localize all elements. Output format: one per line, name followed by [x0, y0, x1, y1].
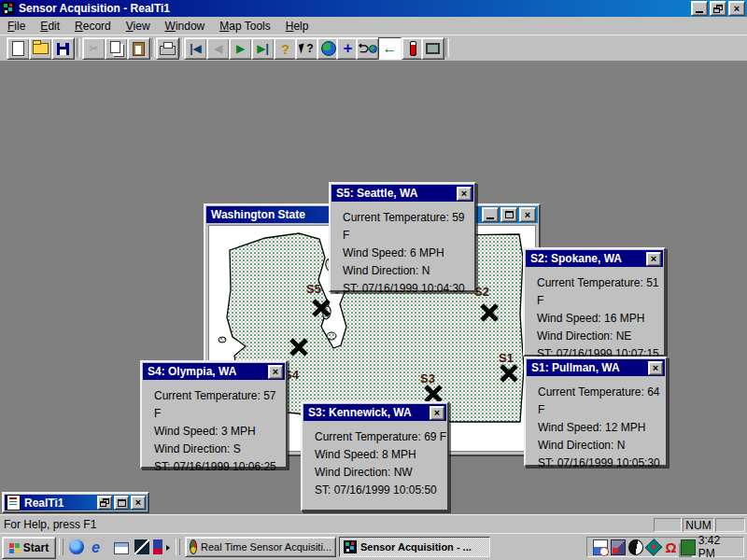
tray-dialup-icon[interactable]	[628, 539, 643, 555]
sensor-popup-pullman[interactable]: S1: Pullman, WA × Current Temperature: 6…	[524, 357, 668, 467]
sensor-popup-seattle[interactable]: S5: Seattle, WA × Current Temperature: 5…	[329, 182, 476, 292]
popup-titlebar[interactable]: S3: Kennewick, WA ×	[303, 404, 446, 421]
nav-first-icon: |◀	[190, 42, 202, 55]
menu-map-tools[interactable]: Map Tools	[212, 18, 277, 35]
popup-titlebar[interactable]: S5: Seattle, WA ×	[331, 185, 473, 202]
start-label: Start	[23, 541, 49, 554]
save-button[interactable]	[51, 37, 75, 60]
menu-view[interactable]: View	[119, 18, 158, 35]
menu-edit[interactable]: Edit	[33, 18, 67, 35]
popup-title: S1: Pullman, WA	[531, 361, 620, 374]
close-icon[interactable]: ×	[648, 361, 663, 375]
popup-titlebar[interactable]: S2: Spokane, WA ×	[526, 250, 663, 267]
close-icon[interactable]: ×	[646, 252, 661, 266]
copy-icon	[110, 41, 120, 53]
nav-next-icon: ▶|	[257, 42, 269, 55]
task-button-sensor-acquisition[interactable]: Sensor Acquisition - ...	[339, 537, 490, 557]
nav-previous-icon: ◀	[214, 42, 222, 55]
main-titlebar[interactable]: Sensor Acquisition - RealTi1 ×	[0, 0, 747, 17]
channels-icon[interactable]	[153, 539, 162, 554]
marker-label-s3: S3	[420, 371, 435, 385]
menu-help[interactable]: Help	[278, 18, 317, 35]
save-icon	[57, 43, 69, 55]
back-arrow-button[interactable]: ←	[378, 37, 402, 60]
route-globe-button[interactable]: ⮌	[356, 37, 379, 60]
minimize-icon[interactable]	[691, 1, 708, 16]
nav-next-button[interactable]: ▶|	[251, 37, 275, 60]
help-button[interactable]: ?	[274, 37, 297, 60]
taskbar: Start e Real Time Sensor Acquisiti... Se…	[0, 533, 747, 560]
maximize-icon[interactable]	[114, 496, 129, 510]
menu-record[interactable]: Record	[67, 18, 119, 35]
sensor-popup-spokane[interactable]: S2: Spokane, WA × Current Temperature: 5…	[523, 247, 666, 357]
menu-window[interactable]: Window	[158, 18, 213, 35]
outlook-express-icon[interactable]	[114, 542, 129, 554]
print-button[interactable]	[156, 37, 179, 60]
toolbar-separator	[179, 38, 183, 57]
sensor-popup-olympia[interactable]: S4: Olympia, WA × Current Temperature: 5…	[140, 360, 288, 469]
restore-icon[interactable]	[710, 1, 726, 16]
start-button[interactable]: Start	[2, 537, 56, 559]
sensor-app-icon	[344, 540, 357, 553]
active-desktop-icon[interactable]	[69, 539, 84, 554]
context-help-arrow-icon	[299, 43, 306, 53]
popup-titlebar[interactable]: S1: Pullman, WA ×	[527, 359, 665, 376]
close-icon[interactable]: ×	[457, 187, 472, 201]
menu-file[interactable]: File	[0, 18, 33, 35]
toolbar: ✂ |◀ ◀ ▶ ▶| ? ? + ⮌ ←	[0, 35, 747, 62]
toolbar-separator	[151, 38, 155, 57]
close-icon[interactable]: ×	[131, 496, 146, 510]
wind-direction-value: Wind Direction: NE	[537, 328, 664, 345]
status-bar: For Help, press F1 NUM	[0, 514, 747, 534]
new-document-icon	[12, 41, 24, 56]
open-button[interactable]	[29, 37, 52, 60]
tray-network-icon[interactable]	[681, 539, 696, 555]
new-document-button[interactable]	[7, 37, 30, 60]
popup-title: S4: Olympia, WA	[148, 365, 236, 378]
copy-button[interactable]	[105, 37, 128, 60]
paste-button[interactable]	[127, 37, 150, 60]
nav-first-button[interactable]: |◀	[184, 37, 207, 60]
close-icon[interactable]: ×	[519, 207, 536, 222]
overflow-arrow-icon[interactable]	[166, 545, 170, 551]
system-tray: Ω 3:42 PM	[586, 537, 744, 557]
globe-icon	[321, 41, 336, 56]
nav-play-button[interactable]: ▶	[229, 37, 252, 60]
tray-device-icon[interactable]	[611, 539, 626, 555]
monitor-icon	[426, 43, 440, 54]
plus-icon: +	[344, 39, 353, 58]
cut-button[interactable]: ✂	[82, 37, 106, 60]
status-panel-num: NUM	[683, 518, 714, 532]
close-icon[interactable]: ×	[430, 406, 444, 420]
taskbar-grip[interactable]	[59, 539, 63, 555]
restore-icon[interactable]	[97, 496, 112, 510]
minimized-window-realti1[interactable]: RealTi1 ×	[2, 492, 149, 513]
context-help-button[interactable]: ?	[295, 37, 318, 60]
temperature-value: Current Temperature: 64 F	[538, 384, 666, 419]
nav-play-icon: ▶	[236, 42, 245, 55]
small-globe-icon	[369, 45, 377, 53]
sensor-popup-kennewick[interactable]: S3: Kennewick, WA × Current Temperature:…	[301, 401, 449, 511]
taskbar-clock[interactable]: 3:42 PM	[698, 534, 738, 560]
wand-icon[interactable]	[134, 539, 149, 554]
taskbar-grip[interactable]	[176, 539, 180, 555]
tray-scheduler-icon[interactable]	[593, 539, 608, 555]
tray-compass-icon[interactable]	[645, 539, 663, 556]
toolbar-separator	[445, 38, 449, 57]
internet-explorer-icon[interactable]: e	[92, 539, 106, 554]
close-icon[interactable]: ×	[268, 365, 283, 379]
document-icon	[7, 495, 21, 511]
wind-speed-value: Wind Speed: 8 MPH	[315, 446, 447, 464]
wind-speed-value: Wind Speed: 6 MPH	[343, 245, 474, 262]
monitor-button[interactable]	[421, 37, 444, 60]
close-icon[interactable]: ×	[728, 1, 745, 16]
maximize-icon[interactable]	[500, 207, 517, 222]
tray-omega-icon[interactable]: Ω	[665, 540, 678, 554]
map-window-title: Washington State	[211, 208, 305, 221]
minimized-window-titlebar[interactable]: RealTi1 ×	[5, 495, 147, 511]
popup-titlebar[interactable]: S4: Olympia, WA ×	[143, 363, 285, 380]
paste-icon	[133, 42, 145, 56]
nav-previous-button[interactable]: ◀	[206, 37, 230, 60]
task-button-realtime[interactable]: Real Time Sensor Acquisiti...	[185, 537, 336, 557]
minimize-icon[interactable]	[482, 207, 499, 222]
